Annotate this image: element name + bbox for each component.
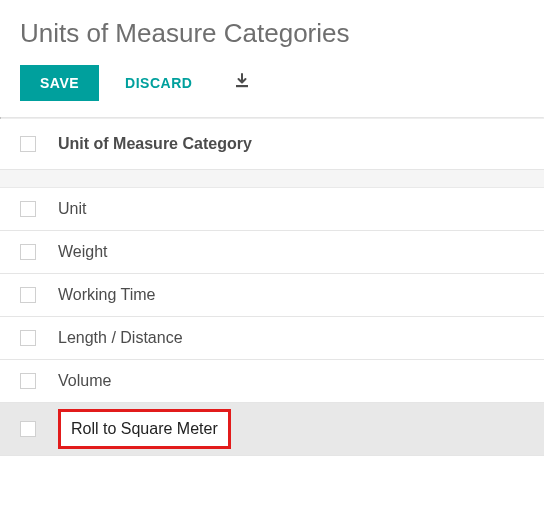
table-row[interactable]: Working Time <box>0 274 544 317</box>
table-row[interactable]: Weight <box>0 231 544 274</box>
export-button[interactable] <box>222 67 262 99</box>
table-row[interactable]: Length / Distance <box>0 317 544 360</box>
table-row[interactable]: Volume <box>0 360 544 403</box>
save-button[interactable]: Save <box>20 65 99 101</box>
category-input[interactable]: Roll to Square Meter <box>58 409 231 449</box>
row-checkbox[interactable] <box>20 287 36 303</box>
table-header-row: Unit of Measure Category <box>0 119 544 170</box>
category-cell[interactable]: Working Time <box>58 286 156 304</box>
category-cell[interactable]: Weight <box>58 243 108 261</box>
category-cell[interactable]: Unit <box>58 200 86 218</box>
row-checkbox[interactable] <box>20 421 36 437</box>
discard-button[interactable]: Discard <box>107 65 210 101</box>
page-title: Units of Measure Categories <box>20 18 524 49</box>
column-header-category[interactable]: Unit of Measure Category <box>58 135 252 153</box>
row-checkbox[interactable] <box>20 244 36 260</box>
table-row[interactable]: Unit <box>0 188 544 231</box>
select-all-checkbox[interactable] <box>20 136 36 152</box>
toolbar: Save Discard <box>20 65 524 117</box>
table-body: UnitWeightWorking TimeLength / DistanceV… <box>0 188 544 456</box>
table-row[interactable]: Roll to Square Meter <box>0 403 544 456</box>
category-cell[interactable]: Volume <box>58 372 111 390</box>
row-checkbox[interactable] <box>20 373 36 389</box>
row-checkbox[interactable] <box>20 201 36 217</box>
svg-rect-0 <box>236 85 248 87</box>
list-gap <box>0 170 544 188</box>
row-checkbox[interactable] <box>20 330 36 346</box>
category-cell[interactable]: Length / Distance <box>58 329 183 347</box>
download-icon <box>234 75 250 92</box>
